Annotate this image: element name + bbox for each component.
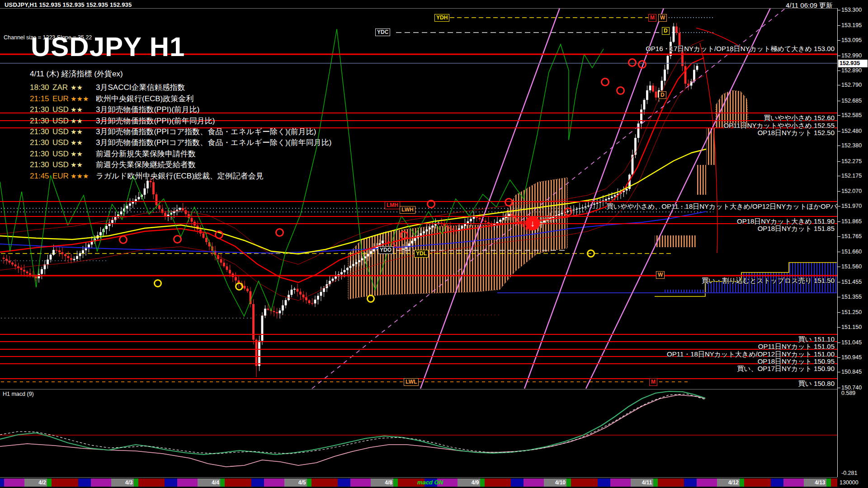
macd-pane-separator <box>0 389 837 389</box>
op-level-note: 買いやや小さめ、OP11・18日NYカット大きめ/OP12日NYカットほかOPバ <box>607 202 837 211</box>
session-segment <box>52 479 78 487</box>
session-segment <box>744 479 771 487</box>
price-tick-label: 152.480 <box>841 128 862 134</box>
calendar-event-row: 21:30USD★★3月卸売物価指数(PPI)(前月比) <box>30 104 331 115</box>
session-segment <box>138 479 165 487</box>
session-segment <box>165 479 177 487</box>
session-segment <box>480 479 485 487</box>
date-label: 4/3 <box>111 479 133 486</box>
date-label: 4/11 <box>631 479 652 486</box>
price-tick-mark <box>838 267 840 267</box>
date-label: 4/13 <box>804 479 826 486</box>
pivot-label-ydl[interactable]: YDL <box>414 250 429 258</box>
buy-signal-icon <box>587 249 595 258</box>
price-tick-mark <box>838 131 840 131</box>
pivot-label-lwh[interactable]: LWH <box>400 206 415 214</box>
event-currency: EUR <box>52 171 70 182</box>
session-segment <box>338 479 350 487</box>
event-time: 21:30 <box>30 137 50 148</box>
event-importance-stars: ★★ <box>71 104 94 115</box>
date-label: 4/4 <box>198 479 219 486</box>
time-axis-separator <box>0 477 837 478</box>
session-segment <box>771 479 783 487</box>
symbol-info: USDJPY,H1 152.935 152.935 152.935 152.93… <box>5 1 132 8</box>
event-time: 21:30 <box>30 149 50 160</box>
sell-signal-icon <box>638 60 646 69</box>
date-label: 4/8 <box>371 479 392 486</box>
pivot-label-w[interactable]: W <box>656 271 665 279</box>
price-tick-mark <box>838 115 840 116</box>
op-level-note: OP18日NYカット 151.85 <box>758 225 835 233</box>
session-segment <box>0 479 4 487</box>
pivot-label-ydo[interactable]: YDO <box>378 246 393 254</box>
price-tick-mark <box>838 85 840 85</box>
time-axis[interactable]: 4/24/34/44/54/84/94/104/114/124/13 macd … <box>0 478 837 487</box>
event-description: 欧州中央銀行(ECB)政策金利 <box>96 94 193 103</box>
date-label: 4/10 <box>544 479 566 486</box>
session-segment <box>393 479 398 487</box>
price-tick-label: 152.790 <box>841 82 862 88</box>
op-level-note: 買い 150.80 <box>798 380 835 388</box>
event-importance-stars: ★★ <box>71 127 94 137</box>
axis-separator <box>837 8 838 477</box>
price-tick-label: 152.890 <box>841 67 862 74</box>
pivot-label-m[interactable]: M <box>648 14 656 22</box>
pivot-label-lmh[interactable]: LMH <box>385 202 400 209</box>
session-segment <box>610 479 631 487</box>
date-label: 4/9 <box>458 479 479 486</box>
price-tick-mark <box>838 25 840 26</box>
session-segment <box>350 479 371 487</box>
price-tick-mark <box>838 56 840 56</box>
session-segment <box>653 479 658 487</box>
price-tick-mark <box>838 282 840 282</box>
price-tick-mark <box>838 10 840 10</box>
session-segment <box>831 479 838 487</box>
price-tick-label: 150.845 <box>841 369 862 375</box>
pivot-label-d[interactable]: D <box>662 27 670 35</box>
pivot-label-ydc[interactable]: YDC <box>375 28 390 36</box>
sell-signal-icon <box>215 230 223 239</box>
macd-canvas[interactable] <box>0 389 837 488</box>
price-tick-mark <box>838 40 840 41</box>
price-axis[interactable]: 153.300153.195153.095152.990152.890152.7… <box>838 8 868 477</box>
price-tick-label: 152.380 <box>841 142 862 149</box>
event-time: 21:30 <box>30 116 50 127</box>
price-tick-mark <box>838 252 840 252</box>
event-description: 3月卸売物価指数(PPI)(前月比) <box>96 105 200 114</box>
event-importance-stars: ★★ <box>71 116 94 127</box>
calendar-event-row: 21:30USD★★前週分新規失業保険申請件数 <box>30 149 331 160</box>
sell-signal-icon <box>601 78 609 86</box>
calendar-event-row: 21:30USD★★3月卸売物価指数(PPI)(前年同月比) <box>30 116 331 127</box>
session-segment <box>134 479 138 487</box>
price-tick-mark <box>838 70 840 71</box>
price-tick-label: 151.355 <box>841 294 862 300</box>
sell-signal-icon <box>119 235 127 244</box>
price-tick-label: 151.560 <box>841 263 862 270</box>
pivot-label-w[interactable]: W <box>658 14 667 22</box>
date-label: 4/12 <box>717 479 739 486</box>
price-tick-label: 153.300 <box>841 7 862 13</box>
op-level-note: 買い・割り込むとストップロス売り 151.50 <box>702 277 835 285</box>
event-importance-stars: ★★ <box>71 160 94 170</box>
event-currency: ZAR <box>52 82 70 93</box>
pivot-label-m[interactable]: M <box>649 378 657 386</box>
event-time: 21:30 <box>30 160 50 170</box>
session-segment <box>826 479 831 487</box>
sell-signal-icon <box>505 198 513 206</box>
session-segment <box>783 479 804 487</box>
price-tick-mark <box>838 327 840 328</box>
updated-timestamp: 4/11 06:09 更新 <box>786 1 833 10</box>
chart-watermark-title: USDJPY H1 <box>31 33 185 61</box>
event-importance-stars: ★★ <box>71 149 94 160</box>
pivot-label-ydh[interactable]: YDH <box>434 14 449 22</box>
macd-on-badge: macd ON <box>417 479 443 486</box>
event-importance-stars: ★★★ <box>71 171 94 182</box>
event-currency: USD <box>52 104 70 115</box>
event-importance-stars: ★★ <box>71 82 94 93</box>
calendar-event-row: 18:30ZAR★★3月SACCI企業信頼感指数 <box>30 82 331 93</box>
pivot-label-lwl[interactable]: LWL <box>404 378 419 386</box>
pivot-label-d[interactable]: D <box>659 91 666 99</box>
event-currency: USD <box>52 116 70 127</box>
macd-scale-top: 0.589 <box>841 390 855 396</box>
event-importance-stars: ★★ <box>71 137 94 148</box>
